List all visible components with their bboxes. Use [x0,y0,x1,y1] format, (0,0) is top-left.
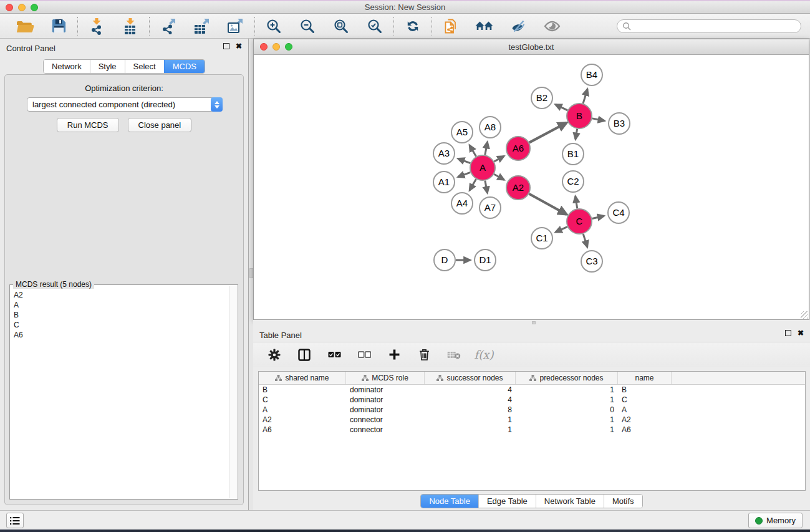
graph-node-D1[interactable]: D1 [475,249,496,271]
open-session-button[interactable] [15,16,35,36]
export-table-button[interactable] [192,16,212,36]
result-item[interactable]: A6 [12,330,228,340]
graph-node-C4[interactable]: C4 [608,202,629,223]
create-column-button[interactable] [387,347,402,362]
refresh-button[interactable] [403,16,423,36]
home-neighborhood-button[interactable] [475,16,494,36]
minimize-window-button[interactable] [18,4,26,11]
graph-edge-A-A2[interactable] [494,174,504,180]
tab-node-table[interactable]: Node Table [421,495,478,508]
graph-node-B2[interactable]: B2 [531,87,552,109]
graph-node-A8[interactable]: A8 [480,117,501,138]
criterion-dropdown[interactable]: largest connected component (directed) [27,97,223,112]
column-header-name[interactable]: name [618,372,672,384]
graph-edge-C-C2[interactable] [576,196,577,209]
vertical-splitter[interactable] [248,39,253,510]
result-item[interactable]: C [12,320,228,330]
table-row[interactable]: Cdominator41C [259,395,805,405]
result-item[interactable]: B [12,310,228,320]
graph-node-B4[interactable]: B4 [581,64,602,85]
graph-node-C1[interactable]: C1 [531,228,552,249]
table-row[interactable]: A2connector11A2 [259,415,805,425]
column-header-shared-name[interactable]: shared name [259,372,346,384]
import-network-button[interactable] [87,16,107,36]
result-item[interactable]: A2 [12,290,228,300]
graph-edge-A-A3[interactable] [458,158,471,163]
result-item[interactable]: A [12,300,228,310]
graph-edge-A-A7[interactable] [485,181,488,193]
close-network-window-button[interactable] [260,43,268,51]
graph-edge-A6-B[interactable] [529,123,567,143]
network-graph[interactable]: B4B2BB3A8A5A6B1A3AA1C2A2A4A7C4CC1C3DD1 [254,55,809,319]
export-image-button[interactable] [226,16,246,36]
close-panel-button[interactable]: Close panel [128,118,192,132]
search-input[interactable] [631,22,796,31]
graph-edge-B-B4[interactable] [583,89,587,104]
hide-graphics-details-button[interactable] [508,16,528,36]
graph-edge-A-A4[interactable] [470,179,476,190]
table-settings-button[interactable] [267,347,282,362]
column-header-MCDS-role[interactable]: MCDS role [346,372,425,384]
close-window-button[interactable] [6,4,13,11]
table-row[interactable]: Adominator80A [259,405,805,415]
export-network-button[interactable] [158,16,178,36]
graph-node-A7[interactable]: A7 [480,197,501,218]
save-session-button[interactable] [49,16,69,36]
graph-node-A5[interactable]: A5 [451,122,473,143]
graph-node-B[interactable]: B [567,104,592,128]
float-panel-icon[interactable] [223,43,229,49]
select-all-button[interactable] [327,347,342,362]
graph-node-A3[interactable]: A3 [433,143,455,164]
zoom-network-window-button[interactable] [285,43,292,51]
hidden-panels-button[interactable] [6,513,24,528]
close-panel-icon[interactable]: ✖ [798,330,804,336]
show-hide-button[interactable] [542,16,562,36]
graph-node-B1[interactable]: B1 [562,143,584,165]
zoom-in-button[interactable] [264,16,284,36]
graph-node-A2[interactable]: A2 [506,176,530,200]
graph-node-A4[interactable]: A4 [451,193,473,214]
tab-network[interactable]: Network [44,60,90,73]
graph-node-A[interactable]: A [470,155,495,180]
delete-table-button[interactable] [446,347,461,362]
tab-motifs[interactable]: Motifs [604,495,642,508]
memory-button[interactable]: Memory [748,513,803,528]
graph-edge-C-C3[interactable] [583,234,587,247]
tab-mcds[interactable]: MCDS [164,60,205,73]
graph-node-C3[interactable]: C3 [581,251,602,272]
tab-network-table[interactable]: Network Table [536,495,604,508]
graph-node-D[interactable]: D [434,249,455,271]
run-mcds-button[interactable]: Run MCDS [57,118,119,132]
result-scrollbar[interactable] [229,286,237,498]
graph-edge-C-C1[interactable] [556,227,567,233]
close-panel-icon[interactable]: ✖ [236,43,242,49]
graph-node-C[interactable]: C [567,209,592,234]
import-table-button[interactable] [120,16,140,36]
graph-node-A1[interactable]: A1 [433,172,455,193]
graph-edge-A2-C[interactable] [529,194,567,215]
tab-select[interactable]: Select [125,60,164,73]
unselect-all-button[interactable] [357,347,372,362]
search-field[interactable] [617,19,801,33]
tab-edge-table[interactable]: Edge Table [478,495,536,508]
graph-edge-C-C4[interactable] [592,216,604,218]
zoom-out-button[interactable] [297,16,317,36]
zoom-window-button[interactable] [31,4,38,11]
window-resize-grip[interactable] [801,311,808,319]
graph-node-B3[interactable]: B3 [609,113,630,134]
float-panel-icon[interactable] [785,330,791,336]
zoom-fit-button[interactable] [331,16,351,36]
graph-edge-B-B2[interactable] [556,104,567,110]
graph-edge-A-A1[interactable] [458,172,471,177]
graph-node-C2[interactable]: C2 [562,171,584,192]
zoom-selected-button[interactable] [365,16,385,36]
column-header-predecessor-nodes[interactable]: predecessor nodes [516,372,618,384]
delete-columns-button[interactable] [417,347,432,362]
graph-edge-A-A5[interactable] [470,145,476,157]
graph-edge-B-B1[interactable] [576,129,577,140]
graph-edge-A-A8[interactable] [485,142,488,155]
minimize-network-window-button[interactable] [272,43,280,51]
function-builder-button[interactable]: f(x) [476,347,491,362]
column-header-successor-nodes[interactable]: successor nodes [425,372,516,384]
tab-style[interactable]: Style [90,60,125,73]
